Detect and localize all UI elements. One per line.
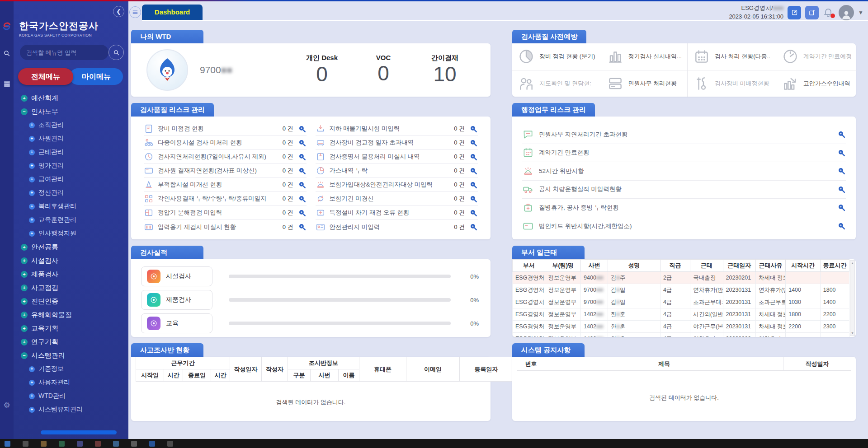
expand-icon[interactable]: + [21,95,28,102]
tab-all-menu[interactable]: 전체메뉴 [18,68,73,85]
menu-search-input[interactable] [20,45,108,60]
sidebar-item-15[interactable]: +진단인증 [14,294,128,308]
magnifier-icon[interactable] [469,209,478,217]
attendance-row[interactable]: ESG경영처정보운영부1402■■한■훈4급연차휴가20230202연차휴가 [513,333,849,337]
expand-icon[interactable]: + [29,393,35,399]
expand-icon[interactable]: + [29,217,35,223]
magnifier-icon[interactable] [298,209,307,217]
hamburger-menu-icon[interactable] [129,6,141,18]
sidebar-item-13[interactable]: +제품검사 [14,267,128,281]
magnifier-icon[interactable] [837,130,846,139]
sidebar-item-18[interactable]: +연구기획 [14,335,128,349]
sidebar-item-4[interactable]: +근태관리 [14,145,128,159]
notification-bell-icon[interactable] [823,7,835,19]
sidebar-item-19[interactable]: −시스템관리 [14,349,128,362]
expand-icon[interactable]: + [29,204,35,210]
expand-icon[interactable]: + [29,407,35,413]
taskbar-icon[interactable] [113,441,119,447]
magnifier-icon[interactable] [837,167,846,175]
magnifier-icon[interactable] [298,153,307,161]
magnifier-icon[interactable] [298,139,307,147]
prevention-cell-2[interactable]: 검사 처리 현황(다중.. [687,43,776,70]
rail-menu-grid-icon[interactable] [2,79,12,89]
magnifier-icon[interactable] [837,149,846,157]
expand-icon[interactable]: + [21,271,28,278]
attendance-row[interactable]: ESG경영처정보운영부1402■■한■훈4급시간외(일반20230131차세대 … [513,308,849,321]
taskbar-icon[interactable] [23,441,28,447]
sidebar-item-1[interactable]: −인사노무 [14,105,128,118]
magnifier-icon[interactable] [298,167,307,175]
attendance-row[interactable]: ESG경영처정보운영부9700■■김■일4급연차휴가(반20230131연차휴가… [513,284,849,296]
sidebar-item-5[interactable]: +평가관리 [14,159,128,173]
expand-icon[interactable]: + [29,366,35,372]
sidebar-item-17[interactable]: +교육기획 [14,322,128,335]
avatar[interactable] [839,5,854,20]
taskbar-icon[interactable] [41,441,47,447]
rail-search-icon[interactable] [2,48,12,58]
sidebar-item-12[interactable]: +시설검사 [14,254,128,267]
sidebar-item-20[interactable]: +기준정보 [14,362,128,376]
sidebar-item-3[interactable]: +사원관리 [14,132,128,145]
magnifier-icon[interactable] [298,223,307,231]
attendance-row[interactable]: ESG경영처정보운영부9400■■김■주2급국내출장20230201차세대 정보 [513,272,849,284]
prevention-cell-6[interactable]: 검사장비 미배정현황 [687,70,776,97]
taskbar-icon[interactable] [149,441,155,447]
windows-taskbar[interactable] [0,439,868,448]
sidebar-item-8[interactable]: +복리후생관리 [14,200,128,213]
taskbar-icon[interactable] [77,441,83,447]
magnifier-icon[interactable] [298,195,307,203]
expand-icon[interactable]: + [29,163,35,169]
expand-icon[interactable]: + [21,298,28,305]
expand-icon[interactable]: + [21,339,28,345]
taskbar-icon[interactable] [131,441,137,447]
sidebar-item-2[interactable]: +조직관리 [14,118,128,132]
magnifier-icon[interactable] [837,203,846,212]
attendance-row[interactable]: ESG경영처정보운영부1402■■한■훈4급야간근무(본20230131차세대 … [513,321,849,333]
tab-my-menu[interactable]: 마이메뉴 [70,68,123,85]
taskbar-start-icon[interactable] [5,441,10,447]
magnifier-icon[interactable] [837,222,846,230]
tab-dashboard[interactable]: Dashboard [142,5,203,20]
expand-icon[interactable]: + [29,380,35,386]
magnifier-icon[interactable] [469,195,478,203]
sidebar-item-21[interactable]: +사용자관리 [14,376,128,389]
expand-icon[interactable]: + [21,325,28,332]
open-window-button[interactable] [788,6,801,19]
performance-chip[interactable]: 제품검사 [141,290,212,310]
magnifier-icon[interactable] [469,125,478,133]
sidebar-item-0[interactable]: +예산회계 [14,91,128,105]
magnifier-icon[interactable] [298,181,307,189]
prevention-cell-3[interactable]: 계약기간 만료예정 [776,43,858,70]
magnifier-icon[interactable] [837,185,846,194]
collapse-icon[interactable]: − [21,352,28,359]
expand-icon[interactable]: + [29,231,35,237]
expand-icon[interactable]: + [29,177,35,182]
sidebar-item-14[interactable]: +사고점검 [14,281,128,294]
expand-icon[interactable]: + [21,285,28,291]
menu-search-button[interactable] [108,45,124,60]
sidebar-item-7[interactable]: +정산관리 [14,186,128,200]
popout-button[interactable] [805,6,819,19]
sidebar-item-10[interactable]: +인사행정지원 [14,227,128,240]
taskbar-icon[interactable] [59,441,65,447]
expand-icon[interactable]: + [21,244,28,251]
taskbar-icon[interactable] [167,441,173,447]
prevention-cell-1[interactable]: 정기검사 실시내역... [601,43,687,70]
taskbar-icon[interactable] [95,441,101,447]
sidebar-item-9[interactable]: +교육훈련관리 [14,213,128,227]
performance-chip[interactable]: 시설검사 [141,266,212,286]
vertical-scrollbar[interactable]: ▲▼ [850,260,855,336]
expand-icon[interactable]: + [29,149,35,155]
magnifier-icon[interactable] [469,139,478,147]
sidebar-collapse-button[interactable]: ❮ [113,6,124,17]
prevention-cell-0[interactable]: 장비 점검 현황 (분기) [512,43,601,70]
collapse-icon[interactable]: − [21,108,28,115]
sidebar-item-16[interactable]: +유해화학물질 [14,308,128,322]
prevention-cell-5[interactable]: 민원사무 처리현황 [601,70,687,97]
settings-gear-icon[interactable]: ⚙ [2,400,12,410]
sidebar-item-22[interactable]: +WTD관리 [14,389,128,403]
sidebar-item-6[interactable]: +급여관리 [14,173,128,186]
magnifier-icon[interactable] [298,125,307,133]
magnifier-icon[interactable] [469,181,478,189]
magnifier-icon[interactable] [469,167,478,175]
